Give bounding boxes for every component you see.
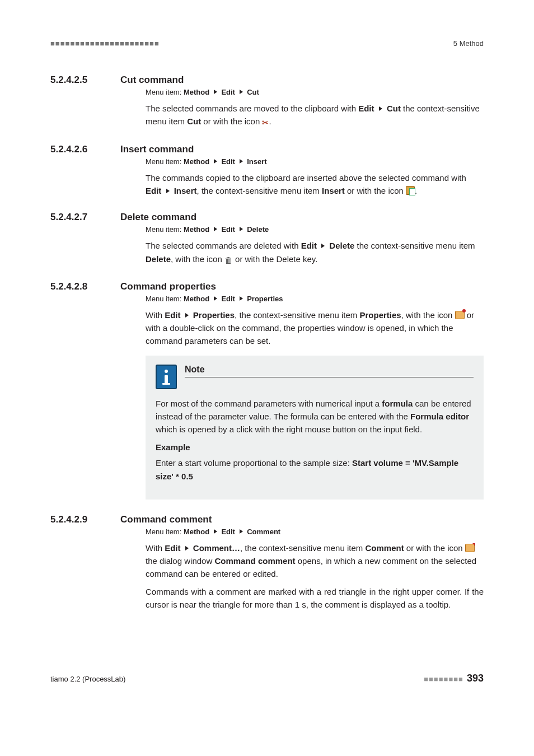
paragraph: The selected commands are deleted with E…: [146, 239, 484, 267]
paragraph: Commands with a comment are marked with …: [146, 585, 484, 612]
note-title: Note: [185, 365, 474, 377]
heading-title: Command comment: [120, 514, 212, 525]
footer-marks: ■■■■■■■■: [424, 675, 463, 683]
chevron-right-icon: [321, 244, 325, 248]
header-marks: ■■■■■■■■■■■■■■■■■■■■■■: [50, 39, 160, 48]
section-properties: 5.2.4.2.8 Command properties Menu item: …: [50, 281, 484, 500]
chevron-right-icon: [185, 546, 189, 550]
heading-number: 5.2.4.2.9: [50, 514, 104, 525]
paragraph: With Edit Properties, the context-sensit…: [146, 309, 484, 348]
paragraph: The selected commands are moved to the c…: [146, 102, 484, 129]
header-chapter: 5 Method: [453, 39, 484, 48]
menu-path: Menu item: Method Edit Properties: [146, 295, 484, 303]
heading-number: 5.2.4.2.8: [50, 281, 104, 292]
menu-path: Menu item: Method Edit Comment: [146, 528, 484, 536]
page-footer: tiamo 2.2 (ProcessLab) ■■■■■■■■ 393: [50, 673, 484, 684]
menu-path: Menu item: Method Edit Delete: [146, 225, 484, 234]
heading-title: Insert command: [120, 144, 194, 155]
chevron-right-icon: [240, 159, 243, 164]
chevron-right-icon: [214, 90, 217, 94]
section-cut: 5.2.4.2.5 Cut command Menu item: Method …: [50, 74, 484, 129]
chevron-right-icon: [214, 529, 217, 534]
heading-number: 5.2.4.2.7: [50, 212, 104, 223]
paste-icon: [406, 186, 415, 195]
chevron-right-icon: [214, 296, 217, 301]
heading-number: 5.2.4.2.6: [50, 144, 104, 155]
info-icon: [156, 365, 177, 389]
paragraph: With Edit Comment…, the context-sensitiv…: [146, 542, 484, 581]
example-label: Example: [156, 442, 474, 452]
note-paragraph: For most of the command parameters with …: [156, 397, 474, 436]
section-comment: 5.2.4.2.9 Command comment Menu item: Met…: [50, 514, 484, 611]
chevron-right-icon: [214, 227, 217, 231]
menu-path: Menu item: Method Edit Cut: [146, 88, 484, 96]
example-paragraph: Enter a start volume proportional to the…: [156, 456, 474, 483]
chevron-right-icon: [185, 313, 189, 318]
footer-product: tiamo 2.2 (ProcessLab): [50, 675, 125, 683]
chevron-right-icon: [166, 189, 170, 193]
properties-icon: [455, 311, 465, 319]
scissors-icon: ✂: [262, 117, 269, 129]
chevron-right-icon: [240, 90, 243, 94]
note-box: Note For most of the command parameters …: [146, 356, 484, 500]
comment-icon: [465, 544, 475, 552]
section-delete: 5.2.4.2.7 Delete command Menu item: Meth…: [50, 212, 484, 267]
chevron-right-icon: [240, 529, 243, 534]
chevron-right-icon: [214, 159, 217, 164]
heading-title: Cut command: [120, 74, 184, 86]
heading-number: 5.2.4.2.5: [50, 74, 104, 86]
trash-icon: 🗑: [224, 254, 233, 267]
section-insert: 5.2.4.2.6 Insert command Menu item: Meth…: [50, 144, 484, 198]
chevron-right-icon: [240, 296, 243, 301]
menu-path: Menu item: Method Edit Insert: [146, 157, 484, 166]
chevron-right-icon: [379, 106, 382, 111]
heading-title: Command properties: [120, 281, 216, 292]
paragraph: The commands copied to the clipboard are…: [146, 171, 484, 198]
heading-title: Delete command: [120, 212, 196, 223]
chevron-right-icon: [240, 227, 243, 231]
page-header: ■■■■■■■■■■■■■■■■■■■■■■ 5 Method: [50, 39, 484, 48]
page-number: 393: [467, 673, 484, 684]
